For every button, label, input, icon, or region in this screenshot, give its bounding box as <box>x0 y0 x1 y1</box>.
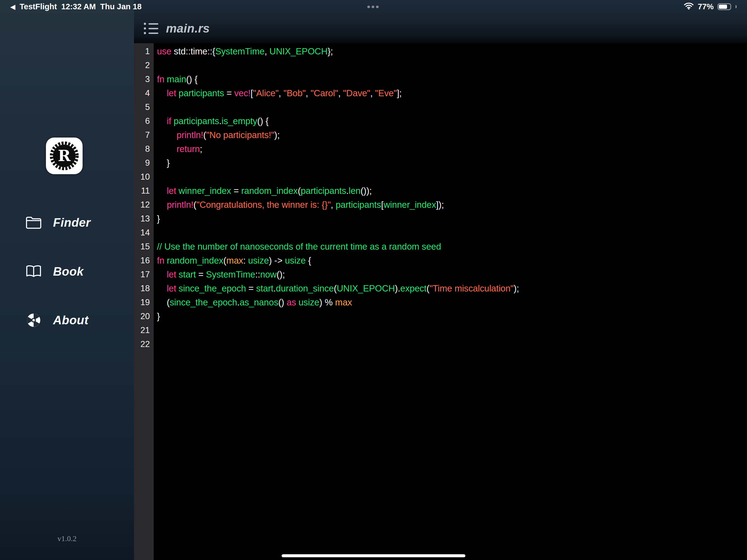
about-icon <box>25 313 42 328</box>
sidebar: R Finder Book <box>0 0 134 560</box>
status-indicators: 77% <box>684 2 737 11</box>
code-line: } <box>157 156 747 170</box>
battery-nub <box>736 5 737 8</box>
line-number: 19 <box>134 295 154 309</box>
line-number: 7 <box>134 128 154 142</box>
line-number: 17 <box>134 268 154 281</box>
status-time: 12:32 AM <box>61 2 96 11</box>
screen: R Finder Book <box>0 0 747 560</box>
code-line: println!("No participants!"); <box>157 128 747 142</box>
line-number: 6 <box>134 114 154 128</box>
status-bar: ◀ TestFlight 12:32 AM Thu Jan 18 ••• 77% <box>0 0 747 13</box>
code-line: let winner_index = random_index(particip… <box>157 184 747 198</box>
editor-toolbar: main.rs <box>134 14 747 43</box>
line-number: 2 <box>134 58 154 72</box>
sidebar-item-about[interactable]: About <box>25 310 88 331</box>
document-title: main.rs <box>166 22 210 35</box>
line-number: 4 <box>134 86 154 100</box>
code-line <box>157 323 747 337</box>
line-number-gutter: 12345678910111213141516171819202122 <box>134 43 154 560</box>
line-number: 18 <box>134 281 154 295</box>
battery-percent: 77% <box>698 2 714 11</box>
code-line <box>157 100 747 114</box>
code-line: } <box>157 212 747 226</box>
line-number: 14 <box>134 226 154 239</box>
book-icon <box>25 265 42 278</box>
line-number: 22 <box>134 337 154 351</box>
line-number: 12 <box>134 198 154 212</box>
line-number: 3 <box>134 72 154 86</box>
status-date: Thu Jan 18 <box>100 2 141 11</box>
line-number: 20 <box>134 309 154 323</box>
sidebar-item-book[interactable]: Book <box>25 261 84 282</box>
file-list-icon[interactable] <box>144 23 158 34</box>
line-number: 21 <box>134 323 154 337</box>
line-number: 5 <box>134 100 154 114</box>
app-version: v1.0.2 <box>0 534 134 543</box>
code-line: fn main() { <box>157 72 747 86</box>
line-number: 9 <box>134 156 154 170</box>
back-triangle-icon: ◀ <box>10 4 15 10</box>
code-line: println!("Congratulations, the winner is… <box>157 198 747 212</box>
sidebar-item-label: About <box>53 313 88 327</box>
line-number: 1 <box>134 44 154 58</box>
code-line <box>157 226 747 239</box>
line-number: 16 <box>134 253 154 268</box>
code-line: let since_the_epoch = start.duration_sin… <box>157 281 747 295</box>
code-line: use std::time::{SystemTime, UNIX_EPOCH}; <box>157 44 747 58</box>
line-number: 15 <box>134 239 154 253</box>
code-line <box>157 58 747 72</box>
code-line <box>157 170 747 184</box>
folder-icon <box>25 216 42 229</box>
code-line: let start = SystemTime::now(); <box>157 268 747 281</box>
battery-fill <box>719 5 727 9</box>
code-line: fn random_index(max: usize) -> usize { <box>157 253 747 268</box>
code-line: // Use the number of nanoseconds of the … <box>157 239 747 253</box>
home-indicator[interactable] <box>282 554 465 557</box>
line-number: 10 <box>134 170 154 184</box>
sidebar-item-finder[interactable]: Finder <box>25 212 91 233</box>
code-line: } <box>157 309 747 323</box>
line-number: 11 <box>134 184 154 198</box>
code-line: if participants.is_empty() { <box>157 114 747 128</box>
svg-text:R: R <box>58 147 71 164</box>
rust-logo: R <box>46 137 83 174</box>
code-lines: use std::time::{SystemTime, UNIX_EPOCH};… <box>157 44 747 351</box>
line-number: 8 <box>134 142 154 156</box>
code-line: (since_the_epoch.as_nanos() as usize) % … <box>157 295 747 309</box>
sidebar-item-label: Book <box>53 265 84 278</box>
code-line: return; <box>157 142 747 156</box>
code-line: let participants = vec!["Alice", "Bob", … <box>157 86 747 100</box>
battery-icon <box>718 3 731 10</box>
code-editor[interactable]: 12345678910111213141516171819202122 use … <box>134 43 747 560</box>
multitask-grabber[interactable]: ••• <box>367 0 380 13</box>
sidebar-item-label: Finder <box>53 216 91 229</box>
line-number: 13 <box>134 212 154 226</box>
back-to-app[interactable]: ◀ TestFlight 12:32 AM Thu Jan 18 <box>10 2 141 11</box>
rust-gear-icon: R <box>49 141 80 171</box>
back-app-label: TestFlight <box>20 2 57 11</box>
code-line <box>157 337 747 351</box>
wifi-icon <box>684 2 694 11</box>
